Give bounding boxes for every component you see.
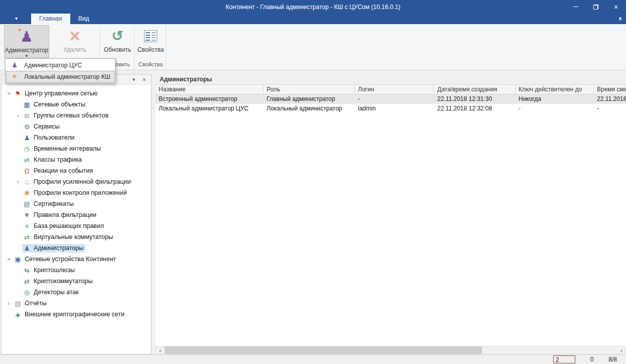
refresh-button[interactable]: ↺ Обновить <box>101 25 134 58</box>
status-bar: 2 0 8/8 <box>0 354 626 364</box>
table-cell: - <box>516 104 594 113</box>
tree-expander-icon[interactable]: › <box>6 89 13 98</box>
tree-item[interactable]: ♟Пользователи <box>2 132 151 143</box>
delete-icon: × <box>69 27 80 45</box>
tree-item-content[interactable]: ◎Детекторы атак <box>22 288 81 297</box>
menu-item[interactable]: ✳Локальный администратор КШ <box>6 71 114 82</box>
table-row[interactable]: Встроенный администраторГлавный админист… <box>156 94 626 104</box>
network-devices-icon: ▣ <box>14 256 22 263</box>
restore-button[interactable] <box>586 0 606 14</box>
table-cell: - <box>355 94 434 104</box>
table-cell: Встроенный администратор <box>156 94 264 104</box>
column-header[interactable]: Название <box>156 85 264 94</box>
tree-item[interactable]: ΩРеакции на события <box>2 165 151 176</box>
tree-item[interactable]: ❖Профили контроля приложений <box>2 187 151 198</box>
column-header[interactable]: Время смен <box>594 85 626 94</box>
tree-item[interactable]: ▤Сертификаты <box>2 198 151 209</box>
ribbon-tab-row: ▾ ГлавнаяВид ∧ <box>0 14 626 24</box>
tab-Главная[interactable]: Главная <box>31 14 70 24</box>
tree-item[interactable]: ▼Правила фильтрации <box>2 209 151 220</box>
tree-item[interactable]: ≡База решающих правил <box>2 220 151 231</box>
tree-item-content[interactable]: ▤Отчёты <box>13 299 49 308</box>
tree-item-content[interactable]: ▦Сетевые объекты <box>22 100 87 109</box>
minimize-icon <box>573 7 578 7</box>
tree-expander-icon[interactable]: › <box>5 300 13 307</box>
tree-item-label: Криптокоммутаторы <box>34 278 92 285</box>
tree-item[interactable]: ⚙Сервисы <box>2 121 151 132</box>
tree-item-content[interactable]: ♨Профили усиленной фильтрации <box>22 178 133 186</box>
tree-expander-icon[interactable]: › <box>14 112 22 119</box>
tree-item[interactable]: ›⚑Центр управления сетью <box>2 88 151 99</box>
tree-item-content[interactable]: ⊞Группы сетевых объектов <box>22 111 110 120</box>
tree-item-content[interactable]: ⇄Виртуальные коммутаторы <box>22 233 115 241</box>
tree-expander-icon[interactable]: › <box>6 255 13 264</box>
quick-access-arrow-icon[interactable]: ▾ <box>15 16 18 21</box>
administrators-table-panel: НазваниеРольЛогинДата/время созданияКлюч… <box>156 84 626 346</box>
tree-item[interactable]: ›▣Сетевые устройства Континент <box>2 254 151 265</box>
content-panel-title: Администраторы <box>156 74 626 84</box>
column-header[interactable]: Роль <box>264 85 355 94</box>
tree-item-content[interactable]: ≡База решающих правил <box>22 222 106 230</box>
properties-button[interactable]: Свойства <box>136 25 166 58</box>
tree-item-content[interactable]: ⇄Криптокоммутаторы <box>22 277 94 286</box>
tree-item[interactable]: ♟Администраторы <box>2 242 151 254</box>
administrator-button[interactable]: ✳ ♟ Администратор ▾ <box>4 25 49 58</box>
virtual-switches-icon: ⇄ <box>23 233 31 241</box>
table-cell: 22.11.2018 <box>594 94 626 104</box>
table-cell: 22.11.2018 12:31:30 <box>434 94 516 104</box>
tree-expander-icon[interactable]: › <box>14 178 22 185</box>
hscroll-thumb[interactable] <box>165 346 482 354</box>
close-button[interactable]: × <box>606 0 626 14</box>
table-row[interactable]: Локальный администратор ЦУСЛокальный адм… <box>156 104 626 113</box>
services-icon: ⚙ <box>23 123 31 131</box>
tree-item[interactable]: ⇆Криптошлюзы <box>2 265 151 276</box>
tree-item[interactable]: ⇄Криптокоммутаторы <box>2 276 151 287</box>
horizontal-scrollbar[interactable]: ‹ › <box>156 346 626 354</box>
tree-item-content[interactable]: ⚙Сервисы <box>22 123 62 131</box>
hscroll-track[interactable] <box>164 346 617 354</box>
tree-item[interactable]: ›⊞Группы сетевых объектов <box>2 110 151 121</box>
properties-button-label: Свойства <box>138 46 164 53</box>
menu-item[interactable]: ♟Администратор ЦУС <box>6 59 114 71</box>
column-header[interactable]: Логин <box>355 85 434 94</box>
tree-item[interactable]: ›▤Отчёты <box>2 298 151 309</box>
tree-item-content[interactable]: ❖Профили контроля приложений <box>22 189 129 197</box>
tree-item-label: Профили контроля приложений <box>34 189 127 196</box>
attack-detectors-icon: ◎ <box>23 289 31 296</box>
chevron-down-icon[interactable]: ▾ <box>132 76 135 83</box>
menu-item-label: Локальный администратор КШ <box>24 73 110 80</box>
status-count-box: 2 <box>553 355 575 363</box>
minimize-button[interactable] <box>566 0 586 14</box>
column-header[interactable]: Ключ действителен до <box>516 85 594 94</box>
tree-item-label: Внешние криптографические сети <box>25 311 124 318</box>
tree-item-content[interactable]: ▣Сетевые устройства Континент <box>13 255 118 264</box>
tree-item-label: Классы трафика <box>34 156 82 163</box>
tree-item-content[interactable]: ⚑Центр управления сетью <box>13 89 99 98</box>
tree-item-content[interactable]: ▤Сертификаты <box>22 200 76 208</box>
ribbon-collapse-icon[interactable]: ∧ <box>618 16 622 21</box>
tree-item-label: Реакции на события <box>34 167 93 174</box>
tree-item[interactable]: ⇄Классы трафика <box>2 154 151 165</box>
tree-item[interactable]: ⇄Виртуальные коммутаторы <box>2 231 151 242</box>
tree-item-content[interactable]: ΩРеакции на события <box>22 167 95 175</box>
tree-item-content[interactable]: ⇆Криптошлюзы <box>22 266 77 275</box>
tree-item-content[interactable]: ◈Внешние криптографические сети <box>13 310 127 319</box>
cus-admin-icon: ♟ <box>10 61 19 69</box>
tree-item-content[interactable]: ♟Пользователи <box>22 134 77 142</box>
tree-item-content[interactable]: ⇄Классы трафика <box>22 156 84 164</box>
column-header[interactable]: Дата/время создания <box>434 85 516 94</box>
hscroll-left-icon[interactable]: ‹ <box>156 347 164 353</box>
tree-item-content[interactable]: ▼Правила фильтрации <box>22 211 98 219</box>
tree-item[interactable]: ◈Внешние криптографические сети <box>2 309 151 320</box>
tab-Вид[interactable]: Вид <box>70 14 97 24</box>
tree-item-content[interactable]: ◷Временные интервалы <box>22 145 103 153</box>
close-icon[interactable]: × <box>142 76 146 83</box>
tree-item[interactable]: ▦Сетевые объекты <box>2 99 151 110</box>
tree-item[interactable]: ◎Детекторы атак <box>2 287 151 298</box>
status-secondary-count: 0 <box>590 356 594 363</box>
hscroll-right-icon[interactable]: › <box>617 347 625 353</box>
tree-item[interactable]: ›♨Профили усиленной фильтрации <box>2 176 151 187</box>
tree-item[interactable]: ◷Временные интервалы <box>2 143 151 154</box>
tree-item-content[interactable]: ♟Администраторы <box>22 244 85 253</box>
administrator-dropdown-menu: ♟Администратор ЦУС✳Локальный администрат… <box>5 58 115 83</box>
